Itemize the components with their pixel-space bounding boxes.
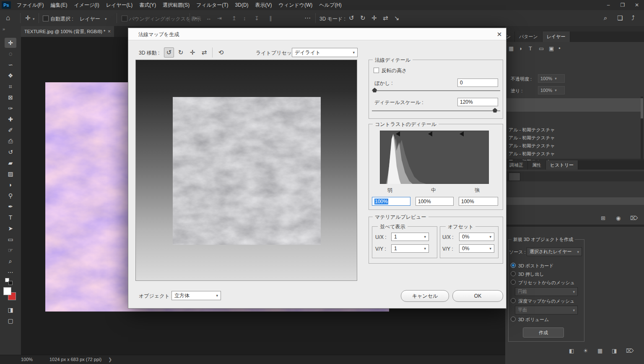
orbit-3d-icon[interactable]: ↺ <box>164 47 174 58</box>
filter-toggle-icon[interactable]: ● <box>558 46 561 50</box>
3d-scale-icon[interactable]: ↘ <box>394 14 400 22</box>
current-tool-icon[interactable]: ✛ <box>25 14 31 22</box>
tab-adjustments[interactable]: 調補正 <box>505 160 528 170</box>
opacity-select[interactable]: 100% ▾ <box>538 74 565 83</box>
filter-pixel-icon[interactable]: ▦ <box>509 45 514 52</box>
align-top-icon[interactable]: ↥ <box>232 15 236 21</box>
quick-mask-icon[interactable]: ◨ <box>5 305 16 315</box>
restore-button[interactable]: ❐ <box>616 0 629 10</box>
edit-toolbar-icon[interactable]: ⋯ <box>5 267 16 277</box>
history-snapshot-row[interactable] <box>505 171 644 181</box>
filter-materials-icon[interactable]: ◨ <box>612 348 617 354</box>
share-icon[interactable]: ⤴ <box>631 14 635 22</box>
auto-select-chevron-icon[interactable]: ▾ <box>105 17 107 21</box>
frame-tool[interactable]: ⊠ <box>5 92 16 102</box>
align-right-icon[interactable]: ⇥ <box>217 15 222 21</box>
roll-3d-icon[interactable]: ↻ <box>176 47 186 58</box>
swap-colors-icon[interactable] <box>8 281 13 285</box>
blur-input[interactable]: 0 <box>457 79 498 87</box>
align-center-vertical-icon[interactable]: ↕ <box>243 15 246 21</box>
contrast-high-input[interactable]: 100% <box>459 197 498 206</box>
foreground-color-swatch[interactable] <box>3 287 11 295</box>
shape-tool[interactable]: ▭ <box>5 234 16 244</box>
marquee-tool[interactable]: ◌ <box>5 49 16 59</box>
blur-tool[interactable]: ◗ <box>5 180 16 190</box>
type-tool[interactable]: T <box>5 212 16 223</box>
toolbar-collapse-icon[interactable]: » <box>3 26 5 31</box>
detail-scale-input[interactable]: 120% <box>457 98 498 106</box>
crop-tool[interactable]: ⌗ <box>5 81 16 92</box>
auto-select-checkbox[interactable] <box>43 16 49 21</box>
3d-orbit-icon[interactable]: ↺ <box>349 14 354 22</box>
more-options-icon[interactable]: ⋯ <box>304 14 311 22</box>
home-icon[interactable]: ⌂ <box>6 14 10 22</box>
healing-brush-tool[interactable]: ✚ <box>5 114 16 124</box>
zoom-tool[interactable]: ⌕ <box>5 256 16 266</box>
dodge-tool[interactable]: ⚲ <box>5 191 16 201</box>
layers-scrollbar[interactable] <box>641 97 643 165</box>
history-brush-tool[interactable]: ↺ <box>5 147 16 157</box>
3d-preview-viewport[interactable] <box>135 60 357 281</box>
menu-window[interactable]: ウィンドウ(W) <box>275 0 316 10</box>
layer-row[interactable]: アル - 初期テクスチャ <box>505 150 641 158</box>
path-selection-tool[interactable]: ➤ <box>5 223 16 233</box>
lasso-tool[interactable]: ∽ <box>5 60 16 70</box>
menu-edit[interactable]: 編集(E) <box>47 0 70 10</box>
cancel-button[interactable]: キャンセル <box>401 290 449 302</box>
filter-scene-icon[interactable]: ◧ <box>569 348 574 354</box>
3d-roll-icon[interactable]: ↻ <box>360 14 366 22</box>
eyedropper-tool[interactable]: ✑ <box>5 103 16 113</box>
filter-meshes-icon[interactable]: ▦ <box>597 348 602 354</box>
invert-height-checkbox[interactable] <box>374 68 379 73</box>
hand-tool[interactable]: ☞ <box>5 245 16 255</box>
delete-3d-icon[interactable]: ⌦ <box>626 348 634 354</box>
tile-ux-select[interactable]: 1 ▾ <box>391 233 429 241</box>
ok-button[interactable]: OK <box>452 290 503 302</box>
align-center-horizontal-icon[interactable]: ↔ <box>206 15 211 21</box>
workspace-icon[interactable]: ❏ <box>617 14 623 22</box>
move-tool[interactable]: ✛ <box>5 38 16 48</box>
document-tab-close-icon[interactable]: × <box>108 29 111 34</box>
reset-view-icon[interactable]: ⟲ <box>216 47 226 58</box>
filter-shape-icon[interactable]: ▭ <box>539 45 544 52</box>
tab-layers[interactable]: レイヤー <box>543 31 570 42</box>
light-preset-select[interactable]: デイライト ▾ <box>292 48 358 57</box>
eraser-tool[interactable]: ▰ <box>5 158 16 168</box>
3d-extrusion-radio[interactable] <box>511 271 516 276</box>
3d-volume-radio[interactable] <box>511 317 516 322</box>
blur-slider[interactable] <box>372 90 500 91</box>
search-icon[interactable]: ⌕ <box>604 14 607 22</box>
menu-help[interactable]: ヘルプ(H) <box>316 0 345 10</box>
3d-pan-icon[interactable]: ✛ <box>371 14 377 22</box>
detail-scale-slider[interactable] <box>372 110 500 111</box>
status-chevron-icon[interactable]: ❯ <box>108 357 112 362</box>
menu-type[interactable]: 書式(Y) <box>136 0 159 10</box>
minimize-button[interactable]: – <box>602 0 615 10</box>
brush-tool[interactable]: ✐ <box>5 125 16 135</box>
new-document-from-state-icon[interactable]: ⊞ <box>601 215 605 221</box>
layer-row[interactable]: アル - 初期テクスチャ <box>505 126 641 134</box>
filter-adjustment-icon[interactable]: ◑ <box>519 45 522 52</box>
menu-image[interactable]: イメージ(I) <box>70 0 102 10</box>
depth-mesh-select[interactable]: 平面 ▾ <box>515 306 578 314</box>
fill-select[interactable]: 100% ▾ <box>538 86 565 94</box>
object-selection-tool[interactable]: ❖ <box>5 71 16 81</box>
offset-vy-select[interactable]: 0% ▾ <box>459 244 494 253</box>
layers-scrollbar-thumb[interactable] <box>641 98 643 118</box>
layer-row[interactable]: アル - 初期テクスチャ <box>505 134 641 142</box>
slide-3d-icon[interactable]: ⇄ <box>199 47 209 58</box>
dialog-title-bar[interactable]: 法線マップを生成 ✕ <box>128 28 506 40</box>
menu-file[interactable]: ファイル(F) <box>13 0 47 10</box>
delete-state-icon[interactable]: ⌦ <box>630 215 638 221</box>
screen-mode-icon[interactable]: ▢ <box>5 316 16 326</box>
contrast-mid-input[interactable]: 100% <box>415 197 454 206</box>
3d-postcard-radio[interactable] <box>511 263 516 268</box>
mesh-from-depth-radio[interactable] <box>511 298 516 303</box>
menu-3d[interactable]: 3D(D) <box>232 0 252 10</box>
new-snapshot-icon[interactable]: ◉ <box>616 215 621 221</box>
filter-lights-icon[interactable]: ☀ <box>583 348 588 354</box>
menu-layer[interactable]: レイヤー(L) <box>103 0 136 10</box>
menu-view[interactable]: 表示(V) <box>252 0 275 10</box>
clone-stamp-tool[interactable]: ⎙ <box>5 136 16 146</box>
create-button[interactable]: 作成 <box>523 327 564 338</box>
